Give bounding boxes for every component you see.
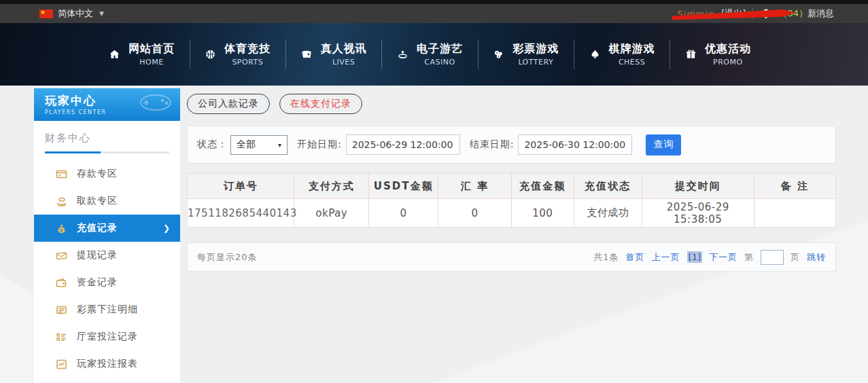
status-select[interactable]: 全部 ▾ — [230, 135, 288, 155]
home-icon — [109, 49, 120, 60]
spade-icon — [589, 49, 601, 60]
sidebar-item-funds-records[interactable]: 资金记录 — [34, 269, 180, 296]
sidebar-item-room-bet-records[interactable]: 厅室投注记录 — [34, 323, 180, 350]
start-date-input[interactable] — [346, 134, 460, 155]
pagination-bar: 每页显示20条 共1条 首页 上一页 [1] 下一页 第 页 跳转 — [187, 242, 836, 272]
col-order-number: 订单号 — [188, 174, 294, 199]
nav-item-chess[interactable]: 棋牌游戏 CHESS — [589, 42, 655, 67]
nav-label-en: LIVES — [321, 58, 367, 67]
report-chart-icon — [56, 359, 67, 370]
sidebar-item-label: 厅室投注记录 — [77, 331, 138, 343]
first-page-link[interactable]: 首页 — [626, 251, 645, 263]
per-page-label: 每页显示20条 — [197, 251, 258, 263]
sidebar-section-label: 财务中心 — [45, 132, 169, 151]
cell-usdt-amount: 0 — [369, 199, 438, 227]
jump-link[interactable]: 跳转 — [807, 251, 826, 263]
sidebar-item-withdraw-zone[interactable]: 取款专区 — [34, 187, 180, 215]
status-value: 全部 — [237, 139, 256, 151]
cell-recharge-amount: 100 — [511, 199, 574, 227]
sidebar-item-label: 玩家投注报表 — [77, 358, 138, 370]
content-area: 公司入款记录 在线支付记录 状态： 全部 ▾ 开始日期: 结束日期: 查询 订单… — [187, 94, 836, 272]
nav-separator — [381, 39, 382, 69]
nav-label-en: LOTTERY — [513, 58, 559, 67]
sidebar-item-label: 充值记录 — [77, 222, 118, 234]
search-button[interactable]: 查询 — [646, 134, 681, 156]
basketball-icon — [205, 49, 216, 60]
col-recharge-amount: 充值金额 — [511, 174, 574, 199]
nav-item-lives[interactable]: 真人视讯 LIVES — [301, 42, 367, 67]
col-exchange-rate: 汇 率 — [438, 174, 512, 199]
sidebar-item-label: 存款专区 — [77, 168, 118, 180]
end-date-input[interactable] — [518, 134, 632, 155]
sidebar-item-label: 取款专区 — [77, 195, 118, 207]
top-bar: ★ 简体中文 ▼ Simmie [退出] （34）新消息 — [0, 4, 868, 23]
next-page-link[interactable]: 下一页 — [709, 251, 737, 263]
records-table: 订单号 支付方式 USDT金额 汇 率 充值金额 充值状态 提交时间 备 注 1… — [187, 173, 836, 227]
record-tabs: 公司入款记录 在线支付记录 — [187, 94, 836, 114]
sidebar-item-recharge-records[interactable]: $ 充值记录 ❯ — [34, 215, 180, 242]
col-submit-time: 提交时间 — [642, 174, 754, 199]
wallet-icon — [56, 277, 67, 289]
nav-separator — [574, 39, 574, 69]
nav-item-promo[interactable]: 优惠活动 PROMO — [685, 42, 751, 67]
total-count: 共1条 — [593, 251, 619, 263]
envelope-money-icon — [56, 250, 67, 261]
tab-company-deposit-records[interactable]: 公司入款记录 — [187, 94, 270, 114]
col-recharge-status: 充值状态 — [574, 174, 642, 199]
nav-separator — [285, 39, 286, 69]
nav-label-en: SPORTS — [224, 58, 271, 67]
sidebar-item-player-bet-report[interactable]: 玩家投注报表 — [34, 350, 180, 378]
start-date-label: 开始日期: — [297, 139, 342, 151]
sidebar-item-withdrawal-records[interactable]: 提现记录 — [34, 242, 180, 269]
sidebar-header: 玩家中心 PLAYERS CENTER — [34, 88, 180, 121]
nav-label-zh: 真人视讯 — [321, 42, 367, 56]
nav-label-zh: 棋牌游戏 — [609, 42, 655, 56]
lottery-balls-icon — [493, 49, 504, 60]
nav-label-en: CHESS — [609, 58, 655, 67]
sidebar-item-lottery-bet-detail[interactable]: 彩票下注明细 — [34, 296, 180, 323]
cell-submit-time: 2025-06-29 15:38:05 — [642, 199, 754, 227]
current-page: [1] — [687, 251, 702, 263]
status-label: 状态： — [197, 139, 228, 151]
end-date-label: 结束日期: — [470, 139, 515, 151]
sidebar-menu: 存款专区 取款专区 $ 充值记录 ❯ 提现记录 资金记录 — [34, 160, 180, 378]
roulette-icon — [397, 49, 409, 60]
sidebar-item-deposit[interactable]: 存款专区 — [34, 160, 180, 187]
prev-page-link[interactable]: 上一页 — [652, 251, 680, 263]
gift-icon — [685, 49, 697, 60]
nav-separator — [190, 39, 190, 69]
nav-label-zh: 优惠活动 — [705, 42, 751, 56]
list-items-icon — [56, 331, 67, 343]
table-row: 1751182685440143 okPay 0 0 100 支付成功 2025… — [188, 199, 836, 227]
nav-separator — [478, 39, 479, 69]
message-label: 新消息 — [808, 8, 834, 18]
nav-label-zh: 彩票游戏 — [513, 42, 559, 56]
chevron-down-icon: ▾ — [278, 141, 281, 149]
chevron-right-icon: ❯ — [163, 223, 171, 233]
sidebar-item-label: 彩票下注明细 — [77, 304, 138, 316]
sidebar: 玩家中心 PLAYERS CENTER 财务中心 存款专区 取款专区 $ 充值记… — [34, 88, 180, 383]
chevron-down-icon: ▼ — [99, 10, 104, 17]
moneybag-icon: $ — [56, 223, 67, 234]
nav-item-home[interactable]: 网站首页 HOME — [109, 42, 175, 67]
nav-label-en: PROMO — [705, 58, 751, 67]
page-number-input[interactable] — [761, 250, 784, 265]
cell-order-number: 1751182685440143 — [188, 199, 294, 227]
nav-item-sports[interactable]: 体育竞技 SPORTS — [205, 42, 271, 67]
tab-online-payment-records[interactable]: 在线支付记录 — [279, 94, 362, 114]
nav-item-casino[interactable]: 电子游艺 CASINO — [397, 42, 463, 67]
gamepad-icon — [138, 92, 173, 118]
list-doc-icon — [56, 304, 67, 316]
sidebar-item-label: 资金记录 — [77, 276, 118, 289]
table-header-row: 订单号 支付方式 USDT金额 汇 率 充值金额 充值状态 提交时间 备 注 — [188, 174, 836, 199]
withdraw-hand-icon — [56, 196, 67, 207]
col-remark: 备 注 — [754, 174, 835, 199]
language-selector[interactable]: ★ 简体中文 ▼ — [39, 7, 104, 20]
nav-label-en: HOME — [128, 58, 175, 67]
nav-item-lottery[interactable]: 彩票游戏 LOTTERY — [493, 42, 559, 67]
cell-remark — [754, 199, 835, 227]
nav-label-zh: 体育竞技 — [224, 42, 271, 56]
cards-icon — [301, 49, 313, 60]
col-usdt-amount: USDT金额 — [369, 174, 438, 199]
main-nav: 网站首页 HOME 体育竞技 SPORTS 真人视讯 LIVES — [0, 23, 868, 86]
